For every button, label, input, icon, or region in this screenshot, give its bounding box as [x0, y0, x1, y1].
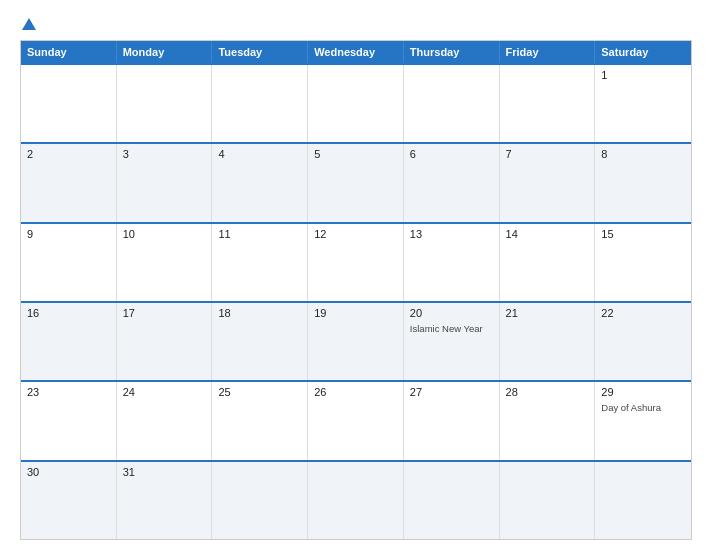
day-number: 13: [410, 228, 493, 240]
day-number: 28: [506, 386, 589, 398]
calendar-page: SundayMondayTuesdayWednesdayThursdayFrid…: [0, 0, 712, 550]
calendar-cell: 5: [308, 144, 404, 221]
day-number: 30: [27, 466, 110, 478]
calendar-cell: [404, 65, 500, 142]
day-number: 4: [218, 148, 301, 160]
calendar-cell: 14: [500, 224, 596, 301]
weekday-header-monday: Monday: [117, 41, 213, 63]
day-number: 25: [218, 386, 301, 398]
calendar-cell: 30: [21, 462, 117, 539]
day-number: 18: [218, 307, 301, 319]
day-number: 15: [601, 228, 685, 240]
weekday-header-thursday: Thursday: [404, 41, 500, 63]
day-number: 3: [123, 148, 206, 160]
calendar-cell: [212, 65, 308, 142]
day-number: 21: [506, 307, 589, 319]
calendar-cell: 6: [404, 144, 500, 221]
calendar-row-4: 1617181920Islamic New Year2122: [21, 301, 691, 380]
day-number: 11: [218, 228, 301, 240]
calendar-cell: 4: [212, 144, 308, 221]
weekday-header-saturday: Saturday: [595, 41, 691, 63]
calendar: SundayMondayTuesdayWednesdayThursdayFrid…: [20, 40, 692, 540]
weekday-header-sunday: Sunday: [21, 41, 117, 63]
calendar-row-1: 1: [21, 63, 691, 142]
calendar-cell: [500, 462, 596, 539]
calendar-row-6: 3031: [21, 460, 691, 539]
calendar-row-5: 23242526272829Day of Ashura: [21, 380, 691, 459]
logo-triangle-icon: [22, 18, 36, 30]
day-number: 16: [27, 307, 110, 319]
calendar-cell: 27: [404, 382, 500, 459]
day-number: 14: [506, 228, 589, 240]
calendar-cell: [117, 65, 213, 142]
calendar-cell: 31: [117, 462, 213, 539]
event-label: Day of Ashura: [601, 402, 685, 413]
calendar-cell: 11: [212, 224, 308, 301]
calendar-cell: 15: [595, 224, 691, 301]
calendar-cell: [308, 462, 404, 539]
calendar-cell: 13: [404, 224, 500, 301]
calendar-cell: [404, 462, 500, 539]
day-number: 2: [27, 148, 110, 160]
calendar-cell: 16: [21, 303, 117, 380]
calendar-cell: [21, 65, 117, 142]
calendar-row-3: 9101112131415: [21, 222, 691, 301]
day-number: 8: [601, 148, 685, 160]
calendar-header: SundayMondayTuesdayWednesdayThursdayFrid…: [21, 41, 691, 63]
day-number: 20: [410, 307, 493, 319]
day-number: 24: [123, 386, 206, 398]
calendar-cell: 28: [500, 382, 596, 459]
calendar-cell: 2: [21, 144, 117, 221]
day-number: 1: [601, 69, 685, 81]
day-number: 19: [314, 307, 397, 319]
calendar-cell: 9: [21, 224, 117, 301]
calendar-cell: 22: [595, 303, 691, 380]
calendar-cell: [308, 65, 404, 142]
calendar-cell: 24: [117, 382, 213, 459]
calendar-cell: 3: [117, 144, 213, 221]
calendar-body: 1234567891011121314151617181920Islamic N…: [21, 63, 691, 539]
calendar-cell: 1: [595, 65, 691, 142]
calendar-cell: 29Day of Ashura: [595, 382, 691, 459]
calendar-row-2: 2345678: [21, 142, 691, 221]
day-number: 22: [601, 307, 685, 319]
calendar-cell: [595, 462, 691, 539]
calendar-cell: 7: [500, 144, 596, 221]
logo: [20, 18, 37, 30]
calendar-cell: [500, 65, 596, 142]
day-number: 17: [123, 307, 206, 319]
day-number: 7: [506, 148, 589, 160]
day-number: 6: [410, 148, 493, 160]
day-number: 10: [123, 228, 206, 240]
calendar-cell: 21: [500, 303, 596, 380]
calendar-cell: 19: [308, 303, 404, 380]
calendar-cell: 20Islamic New Year: [404, 303, 500, 380]
day-number: 5: [314, 148, 397, 160]
weekday-header-wednesday: Wednesday: [308, 41, 404, 63]
header: [20, 18, 692, 30]
calendar-cell: 23: [21, 382, 117, 459]
calendar-cell: 18: [212, 303, 308, 380]
calendar-cell: 25: [212, 382, 308, 459]
event-label: Islamic New Year: [410, 323, 493, 334]
weekday-header-friday: Friday: [500, 41, 596, 63]
calendar-cell: 10: [117, 224, 213, 301]
day-number: 26: [314, 386, 397, 398]
day-number: 27: [410, 386, 493, 398]
weekday-header-tuesday: Tuesday: [212, 41, 308, 63]
day-number: 12: [314, 228, 397, 240]
calendar-cell: 26: [308, 382, 404, 459]
calendar-cell: 17: [117, 303, 213, 380]
day-number: 23: [27, 386, 110, 398]
calendar-cell: [212, 462, 308, 539]
calendar-cell: 12: [308, 224, 404, 301]
calendar-cell: 8: [595, 144, 691, 221]
day-number: 31: [123, 466, 206, 478]
day-number: 29: [601, 386, 685, 398]
day-number: 9: [27, 228, 110, 240]
